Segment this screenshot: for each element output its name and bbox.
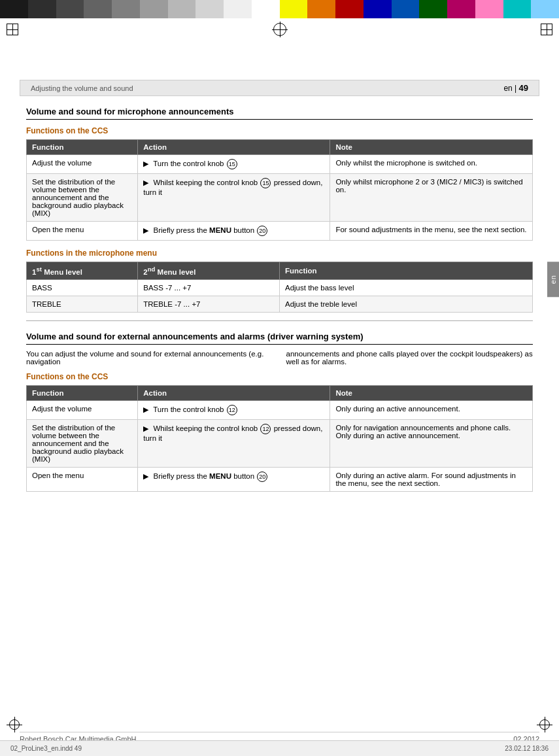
knob-num: 15 (227, 159, 237, 169)
func-cell: Open the menu (27, 222, 138, 241)
func-cell: Set the distribution of the volume betwe… (27, 419, 138, 467)
action-cell: ▶ Turn the control knob 12 (138, 400, 330, 419)
micro-menu-table: 1st Menu level 2nd Menu level Function B… (26, 262, 533, 313)
note-cell: Only during an active alarm. For sound a… (330, 467, 533, 491)
arrow-icon: ▶ (143, 405, 148, 414)
lang-label: en | (503, 84, 517, 93)
functions1-table: Function Action Note Adjust the volume ▶… (26, 139, 533, 241)
swatch-2 (28, 0, 56, 18)
note-cell: Only for navigation announcements and ph… (330, 419, 533, 467)
func-cell: Set the distribution of the volume betwe… (27, 174, 138, 222)
action-cell: ▶ Briefly press the MENU button 20 (138, 467, 330, 491)
swatch-red (335, 0, 364, 18)
arrow-icon: ▶ (143, 160, 148, 168)
main-content: Volume and sound for microphone announce… (20, 107, 539, 492)
action-cell: ▶ Whilst keeping the control knob 12 pre… (138, 419, 330, 467)
action-cell: ▶ Briefly press the MENU button 20 (138, 222, 330, 241)
knob-num: 20 (257, 226, 267, 236)
menu-col3: Adjust the bass level (279, 279, 532, 296)
col-action-1: Action (138, 140, 330, 155)
table-row: TREBLE TREBLE -7 ... +7 Adjust the trebl… (27, 296, 533, 312)
knob-num: 15 (260, 178, 271, 188)
col-function-1: Function (27, 140, 138, 155)
swatch-8 (195, 0, 224, 18)
table-row: Set the distribution of the volume betwe… (27, 174, 533, 222)
knob-num: 20 (257, 472, 267, 482)
swatch-green (419, 0, 447, 18)
swatch-yellow (280, 0, 308, 18)
corner-mark-tl (7, 24, 18, 35)
func-cell: Adjust the volume (27, 400, 138, 419)
knob-num: 12 (260, 424, 271, 434)
text-col1: You can adjust the volume and sound for … (26, 350, 273, 366)
table-row: Adjust the volume ▶ Turn the control kno… (27, 400, 533, 419)
col-action-2: Action (138, 385, 330, 400)
menu-col2: TREBLE -7 ... +7 (138, 296, 280, 312)
swatch-5 (112, 0, 140, 18)
side-tab: en (547, 262, 559, 297)
swatch-lightblue (531, 0, 559, 18)
arrow-icon: ▶ (143, 424, 148, 433)
arrow-icon: ▶ (143, 472, 148, 481)
func-cell: Adjust the volume (27, 155, 138, 174)
swatch-blue (364, 0, 392, 18)
menu-col2: BASS -7 ... +7 (138, 279, 280, 296)
action-cell: ▶ Turn the control knob 15 (138, 155, 330, 174)
func-cell: Open the menu (27, 467, 138, 491)
swatch-7 (168, 0, 196, 18)
note-cell: Only whilst the microphone is switched o… (330, 155, 533, 174)
action-cell: ▶ Whilst keeping the control knob 15 pre… (138, 174, 330, 222)
menu-col1: BASS (27, 279, 138, 296)
col-menu2: 2nd Menu level (138, 262, 280, 280)
table-row: Adjust the volume ▶ Turn the control kno… (27, 155, 533, 174)
swatch-cyan (503, 0, 532, 18)
menu-col1: TREBLE (27, 296, 138, 312)
swatch-10 (252, 0, 280, 18)
reg-mark-bl (7, 717, 22, 732)
col-menu1: 1st Menu level (27, 262, 138, 280)
note-cell: Only whilst microphone 2 or 3 (MIC2 / MI… (330, 174, 533, 222)
swatch-blue2 (392, 0, 420, 18)
functions2-table: Function Action Note Adjust the volume ▶… (26, 385, 533, 492)
table-row: Open the menu ▶ Briefly press the MENU b… (27, 467, 533, 491)
swatch-1 (0, 0, 28, 18)
functions1-subtitle: Functions on the CCS (26, 126, 533, 135)
table-row: Open the menu ▶ Briefly press the MENU b… (27, 222, 533, 241)
chapter-title: Adjusting the volume and sound (31, 84, 133, 92)
menu-label: MENU (209, 472, 231, 480)
page-info: en | 49 (503, 83, 528, 93)
bottom-bar: 02_ProLine3_en.indd 49 23.02.12 18:36 (0, 740, 559, 756)
text-col2: announcements and phone calls played ove… (286, 350, 534, 366)
swatch-magenta (447, 0, 475, 18)
swatch-4 (84, 0, 112, 18)
swatch-9 (224, 0, 252, 18)
note-cell: For sound adjustments in the menu, see t… (330, 222, 533, 241)
reg-mark-center (272, 22, 288, 37)
micro-menu-subtitle: Functions in the microphone menu (26, 249, 533, 258)
col-menu3: Function (279, 262, 532, 280)
swatch-orange (307, 0, 335, 18)
divider (26, 320, 533, 321)
note-cell: Only during an active announcement. (330, 400, 533, 419)
table-row: BASS BASS -7 ... +7 Adjust the bass leve… (27, 279, 533, 296)
section2-title: Volume and sound for external announceme… (26, 332, 533, 345)
swatch-3 (56, 0, 84, 18)
section2-text: You can adjust the volume and sound for … (26, 350, 533, 366)
functions2-subtitle: Functions on the CCS (26, 372, 533, 381)
bottom-right: 23.02.12 18:36 (505, 745, 549, 752)
swatch-pink (475, 0, 503, 18)
arrow-icon: ▶ (143, 179, 148, 187)
col-function-2: Function (27, 385, 138, 400)
table-row: Set the distribution of the volume betwe… (27, 419, 533, 467)
knob-num: 12 (227, 405, 237, 415)
arrow-icon: ▶ (143, 226, 148, 235)
col-note-2: Note (330, 385, 533, 400)
menu-col3: Adjust the treble level (279, 296, 532, 312)
reg-mark-br (537, 717, 552, 732)
header-bar: Adjusting the volume and sound en | 49 (20, 80, 539, 96)
col-note-1: Note (330, 140, 533, 155)
corner-mark-tr (541, 24, 552, 35)
bottom-left: 02_ProLine3_en.indd 49 (10, 745, 82, 752)
swatch-6 (140, 0, 168, 18)
section1-title: Volume and sound for microphone announce… (26, 107, 533, 120)
